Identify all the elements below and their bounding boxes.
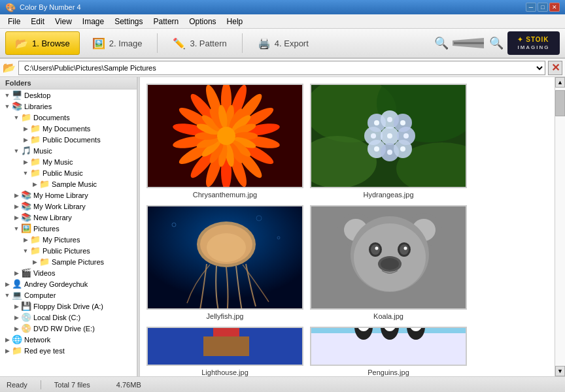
stoik-logo-area: 🔍 🔍 ✦ STOIKIMAGING <box>434 31 560 55</box>
image-thumb-hydrangea[interactable]: Hydrangeas.jpg <box>310 84 467 199</box>
svg-point-66 <box>207 233 246 262</box>
image-thumb-koala[interactable]: Koala.jpg <box>310 205 467 320</box>
hydrangea-preview <box>311 84 466 188</box>
menu-item-options[interactable]: Options <box>184 16 221 27</box>
image-thumb-penguins[interactable]: Penguins.jpg <box>310 327 467 376</box>
tree-label: New Library <box>33 214 72 221</box>
tree-item-documents[interactable]: ▼📁Documents <box>0 112 137 123</box>
tree-item-sample-pictures[interactable]: ▶📁Sample Pictures <box>0 256 137 267</box>
main-content: Folders ▼🖥️Desktop▼📚Libraries▼📁Documents… <box>0 77 565 376</box>
tree-icon: 🌐 <box>12 335 22 344</box>
path-selector[interactable]: C:\Users\Public\Pictures\Sample Pictures <box>18 61 545 75</box>
maximize-button[interactable]: □ <box>538 3 548 12</box>
tree-label: Andrey Gordeychuk <box>24 280 88 288</box>
tree-icon: 📚 <box>12 101 22 111</box>
tree-item-computer[interactable]: ▼💻Computer <box>0 289 137 301</box>
tree-item-libraries[interactable]: ▼📚Libraries <box>0 101 137 112</box>
tree-icon: 📁 <box>30 235 41 244</box>
tree-item-my-documents[interactable]: ▶📁My Documents <box>0 123 137 134</box>
menu-item-pattern[interactable]: Pattern <box>148 16 184 27</box>
tree-icon: 📚 <box>21 201 31 211</box>
scroll-down-button[interactable]: ▼ <box>555 366 565 376</box>
tree-item-my-pictures[interactable]: ▶📁My Pictures <box>0 234 137 245</box>
image-thumb-lighthouse[interactable]: Lighthouse.jpg <box>146 327 303 376</box>
status-total-files: Total 7 files <box>54 381 90 389</box>
tree-icon: 📁 <box>30 135 41 144</box>
menu-item-edit[interactable]: Edit <box>26 16 50 27</box>
svg-point-60 <box>374 146 379 152</box>
browse-icon: 📂 <box>15 37 28 50</box>
tree-item-my-home-library[interactable]: ▶📚My Home Library <box>0 189 137 201</box>
tree-icon: 🖼️ <box>21 223 31 233</box>
tree-label: My Home Library <box>33 191 88 199</box>
scroll-thumb[interactable] <box>555 90 565 116</box>
zoom-slider[interactable] <box>453 35 485 51</box>
image-label: 2. Image <box>109 39 143 48</box>
svg-point-59 <box>403 133 409 139</box>
tree-label: Documents <box>33 114 70 122</box>
tree-item-videos[interactable]: ▶🎬Videos <box>0 267 137 278</box>
tree-item-sample-music[interactable]: ▶📁Sample Music <box>0 178 137 189</box>
tree-item-my-work-library[interactable]: ▶📚My Work Library <box>0 201 137 212</box>
export-icon: 🖨️ <box>258 37 271 50</box>
toolbar-separator-1 <box>157 33 158 53</box>
tree-item-andrey-gordeychuk[interactable]: ▶👤Andrey Gordeychuk <box>0 278 137 289</box>
tree-icon: 💿 <box>21 312 31 322</box>
tree-item-dvd-rw-drive-(e:)[interactable]: ▶📀DVD RW Drive (E:) <box>0 323 137 334</box>
tree-icon: 📁 <box>30 123 41 133</box>
pattern-label: 3. Pattern <box>190 39 226 48</box>
tab-pattern[interactable]: ✏️ 3. Pattern <box>163 31 236 55</box>
tree-label: Local Disk (C:) <box>33 314 80 321</box>
svg-point-61 <box>387 150 392 155</box>
navigate-button[interactable]: ✕ <box>548 61 562 75</box>
tab-export[interactable]: 🖨️ 4. Export <box>248 31 318 55</box>
svg-point-58 <box>387 133 392 139</box>
tree-item-music[interactable]: ▼🎵Music <box>0 145 137 156</box>
tree-label: Libraries <box>24 103 52 110</box>
tree-item-my-music[interactable]: ▶📁My Music <box>0 156 137 167</box>
tree-label: My Documents <box>43 125 90 133</box>
lighthouse-preview <box>148 327 302 366</box>
tree-item-public-pictures[interactable]: ▼📁Public Pictures <box>0 245 137 256</box>
menu-item-view[interactable]: View <box>50 16 77 27</box>
menu-item-file[interactable]: File <box>3 16 26 27</box>
tree-item-local-disk-(c:)[interactable]: ▶💿Local Disk (C:) <box>0 312 137 323</box>
tree-icon: 📁 <box>39 179 50 189</box>
menu-item-settings[interactable]: Settings <box>109 16 148 27</box>
scroll-track[interactable] <box>555 88 565 366</box>
tree-item-pictures[interactable]: ▼🖼️Pictures <box>0 223 137 234</box>
tree-item-public-music[interactable]: ▼📁Public Music <box>0 167 137 178</box>
statusbar: Ready Total 7 files 4.76MB <box>0 376 565 392</box>
status-file-size: 4.76MB <box>116 381 141 389</box>
close-button[interactable]: ✕ <box>549 3 560 12</box>
tree-icon: 💻 <box>12 290 22 300</box>
tree-item-public-documents[interactable]: ▶📁Public Documents <box>0 134 137 145</box>
svg-point-56 <box>400 120 405 125</box>
image-thumb-chrysanthemum[interactable]: Chrysanthemum.jpg <box>146 84 303 199</box>
tree-label: My Work Library <box>33 203 86 210</box>
image-thumb-jellyfish[interactable]: Jellyfish.jpg <box>146 205 303 320</box>
tree-label: Public Pictures <box>43 247 90 255</box>
menu-item-help[interactable]: Help <box>222 16 248 27</box>
tree-item-red-eye-test[interactable]: ▶📁Red eye test <box>0 345 137 356</box>
tree-item-network[interactable]: ▶🌐Network <box>0 334 137 345</box>
tree-icon: 📁 <box>39 257 50 267</box>
svg-point-79 <box>371 244 380 255</box>
scroll-up-button[interactable]: ▲ <box>555 77 565 88</box>
tree-icon: 📁 <box>30 157 41 167</box>
minimize-button[interactable]: ─ <box>526 3 536 12</box>
tree-label: My Music <box>43 158 73 166</box>
tree-item-new-library[interactable]: ▶📚New Library <box>0 212 137 223</box>
tree-item-floppy-disk-drive-(a:)[interactable]: ▶💾Floppy Disk Drive (A:) <box>0 301 137 312</box>
scrollbar-right[interactable]: ▲ ▼ <box>555 77 565 376</box>
tab-browse[interactable]: 📂 1. Browse <box>5 31 80 55</box>
menu-item-image[interactable]: Image <box>77 16 109 27</box>
tree-icon: 📚 <box>21 190 31 200</box>
tab-image[interactable]: 🖼️ 2. Image <box>82 31 152 55</box>
status-ready: Ready <box>7 381 27 389</box>
tree-item-desktop[interactable]: ▼🖥️Desktop <box>0 90 137 101</box>
zoom-in-icon[interactable]: 🔍 <box>489 36 504 50</box>
svg-point-54 <box>374 120 379 125</box>
svg-point-84 <box>381 258 399 270</box>
zoom-out-icon[interactable]: 🔍 <box>434 36 449 50</box>
